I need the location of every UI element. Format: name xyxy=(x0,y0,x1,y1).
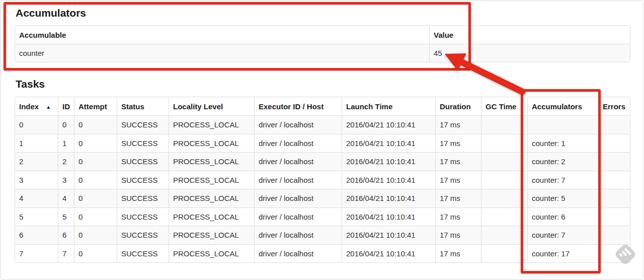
table-cell: PROCESS_LOCAL xyxy=(169,134,254,153)
table-cell: 3 xyxy=(15,171,58,189)
table-cell: counter: 7 xyxy=(527,171,598,189)
table-cell: SUCCESS xyxy=(117,226,169,244)
table-cell xyxy=(598,171,630,189)
table-cell xyxy=(598,152,630,171)
table-cell: SUCCESS xyxy=(117,134,169,153)
table-cell: 4 xyxy=(15,189,58,207)
table-cell: driver / localhost xyxy=(254,171,342,189)
column-header-attempt[interactable]: Attempt xyxy=(74,97,117,115)
table-cell xyxy=(598,207,630,226)
column-header-status[interactable]: Status xyxy=(117,97,169,115)
table-cell: 0 xyxy=(15,115,58,134)
table-cell: SUCCESS xyxy=(117,244,169,263)
table-cell: 0 xyxy=(74,152,117,171)
table-cell: PROCESS_LOCAL xyxy=(169,207,254,226)
table-cell: driver / localhost xyxy=(254,207,342,226)
table-cell: 1 xyxy=(58,134,74,153)
table-cell: PROCESS_LOCAL xyxy=(169,226,254,244)
table-cell: 2016/04/21 10:10:41 xyxy=(342,152,435,171)
tasks-section-title: Tasks xyxy=(16,78,629,90)
table-cell: PROCESS_LOCAL xyxy=(169,244,254,263)
table-cell: driver / localhost xyxy=(254,226,342,244)
table-cell: 1 xyxy=(15,134,58,153)
table-cell: 7 xyxy=(58,244,74,263)
table-cell: 0 xyxy=(74,226,117,244)
table-cell: 2 xyxy=(15,152,58,171)
table-cell: 5 xyxy=(15,207,58,226)
table-cell: SUCCESS xyxy=(117,189,169,207)
table-cell: 17 ms xyxy=(435,189,481,207)
table-cell: 17 ms xyxy=(435,134,481,153)
column-header-value: Value xyxy=(429,26,630,44)
table-cell: counter: 17 xyxy=(527,244,598,263)
table-cell: 0 xyxy=(74,207,117,226)
table-cell: PROCESS_LOCAL xyxy=(169,152,254,171)
table-cell: driver / localhost xyxy=(254,244,342,263)
table-cell xyxy=(481,189,527,207)
table-cell xyxy=(598,134,630,153)
column-header-gc-time[interactable]: GC Time xyxy=(481,97,527,115)
table-cell: 2016/04/21 10:10:41 xyxy=(342,115,435,134)
table-cell: counter: 6 xyxy=(527,207,598,226)
column-header-index-label: Index xyxy=(19,102,39,111)
table-cell: SUCCESS xyxy=(117,171,169,189)
table-cell: PROCESS_LOCAL xyxy=(169,171,254,189)
table-cell: driver / localhost xyxy=(254,134,342,153)
table-cell: 0 xyxy=(58,115,74,134)
column-header-locality-level[interactable]: Locality Level xyxy=(169,97,254,115)
table-cell: 2016/04/21 10:10:41 xyxy=(342,244,435,263)
table-header-row: Index▲ ID Attempt Status Locality Level … xyxy=(15,97,630,115)
table-row: 660SUCCESSPROCESS_LOCALdriver / localhos… xyxy=(15,226,630,244)
accumulators-table: Accumulable Value counter45 xyxy=(15,25,630,62)
tasks-table-body: 000SUCCESSPROCESS_LOCALdriver / localhos… xyxy=(15,115,630,262)
table-cell: 2016/04/21 10:10:41 xyxy=(342,171,435,189)
tasks-table: Index▲ ID Attempt Status Locality Level … xyxy=(15,97,630,263)
table-cell xyxy=(481,152,527,171)
column-header-errors[interactable]: Errors xyxy=(598,97,630,115)
column-header-launch-time[interactable]: Launch Time xyxy=(342,97,435,115)
table-cell: 17 ms xyxy=(435,171,481,189)
table-cell: 6 xyxy=(15,226,58,244)
table-cell: counter: 1 xyxy=(527,134,598,153)
table-cell xyxy=(598,189,630,207)
table-row: 330SUCCESSPROCESS_LOCALdriver / localhos… xyxy=(15,171,630,189)
table-cell: counter: 2 xyxy=(527,152,598,171)
table-cell: 17 ms xyxy=(435,115,481,134)
table-cell: driver / localhost xyxy=(254,189,342,207)
table-cell: 0 xyxy=(74,115,117,134)
table-cell: SUCCESS xyxy=(117,207,169,226)
table-cell: counter xyxy=(15,44,429,62)
table-cell: 0 xyxy=(74,244,117,263)
column-header-id[interactable]: ID xyxy=(58,97,74,115)
accumulators-table-body: counter45 xyxy=(15,44,630,62)
table-cell xyxy=(598,244,630,263)
table-row: 770SUCCESSPROCESS_LOCALdriver / localhos… xyxy=(15,244,630,263)
table-cell xyxy=(481,115,527,134)
table-cell: 2016/04/21 10:10:41 xyxy=(342,189,435,207)
table-cell xyxy=(481,134,527,153)
table-cell: 5 xyxy=(58,207,74,226)
table-cell: 2016/04/21 10:10:41 xyxy=(342,134,435,153)
column-header-duration[interactable]: Duration xyxy=(435,97,481,115)
sort-asc-icon: ▲ xyxy=(46,104,51,110)
table-cell: 17 ms xyxy=(435,152,481,171)
table-row: 220SUCCESSPROCESS_LOCALdriver / localhos… xyxy=(15,152,630,171)
table-cell: 17 ms xyxy=(435,207,481,226)
table-cell: 2016/04/21 10:10:41 xyxy=(342,207,435,226)
table-row: counter45 xyxy=(15,44,630,62)
table-cell xyxy=(481,226,527,244)
table-cell: 2016/04/21 10:10:41 xyxy=(342,226,435,244)
table-row: 110SUCCESSPROCESS_LOCALdriver / localhos… xyxy=(15,134,630,153)
column-header-executor-id-host[interactable]: Executor ID / Host xyxy=(254,97,342,115)
table-cell: driver / localhost xyxy=(254,115,342,134)
column-header-index[interactable]: Index▲ xyxy=(15,97,58,115)
table-cell: SUCCESS xyxy=(117,152,169,171)
table-header-row: Accumulable Value xyxy=(15,26,630,44)
table-cell xyxy=(527,115,598,134)
table-cell: driver / localhost xyxy=(254,152,342,171)
table-cell xyxy=(598,226,630,244)
table-cell: counter: 7 xyxy=(527,226,598,244)
column-header-accumulators[interactable]: Accumulators xyxy=(527,97,598,115)
table-cell: 3 xyxy=(58,171,74,189)
table-cell: 17 ms xyxy=(435,244,481,263)
